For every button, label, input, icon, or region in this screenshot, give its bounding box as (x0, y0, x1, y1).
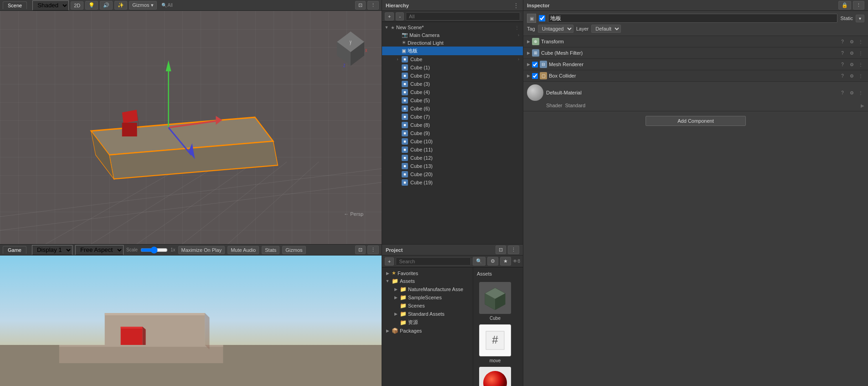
transform-settings-btn[interactable]: ⚙ (848, 38, 855, 45)
boxcollider-enabled-checkbox[interactable] (532, 73, 538, 79)
hierarchy-more-btn[interactable]: ⋮ (513, 2, 519, 9)
asset-move-script[interactable]: # move (477, 324, 513, 363)
scene-root-expand[interactable]: ▼ (384, 25, 389, 30)
list-item[interactable]: ■ Cube (12) (382, 154, 523, 162)
meshrenderer-enabled-checkbox[interactable] (532, 62, 538, 68)
gizmos-dropdown[interactable]: Gizmos ▾ (129, 1, 156, 10)
hierarchy-item-dibaan[interactable]: ▣ 地板 (382, 47, 523, 55)
search-icon-btn[interactable]: 🔍 (473, 257, 486, 266)
list-item[interactable]: ■ Cube (2) (382, 72, 523, 80)
component-boxcollider-header[interactable]: ▶ ▢ Box Collider ? ⚙ ⋮ (523, 70, 868, 81)
transform-help-btn[interactable]: ? (839, 38, 846, 45)
game-viewport[interactable] (0, 256, 382, 386)
maximize-on-play-btn[interactable]: Maximize On Play (178, 246, 225, 254)
project-favorites[interactable]: ▶ ★ Favorites (382, 269, 473, 277)
filter-btn[interactable]: ⚙ (487, 257, 498, 266)
inspector-lock-btn[interactable]: 🔒 (838, 1, 851, 10)
list-item[interactable]: 📁 Scenes (382, 302, 473, 310)
assets-expand[interactable]: ▼ (385, 278, 390, 284)
hierarchy-minus-btn[interactable]: - (396, 12, 404, 21)
favorites-expand[interactable]: ▶ (385, 271, 390, 276)
project-maximize-btn[interactable]: ⊡ (496, 245, 506, 254)
meshrenderer-settings-btn[interactable]: ⚙ (848, 61, 855, 68)
hierarchy-item-main-camera[interactable]: 📷 Main Camera › (382, 31, 523, 39)
list-item[interactable]: ■ Cube (6) (382, 104, 523, 113)
list-item[interactable]: ▶ 📁 NatureManufacture Asse (382, 285, 473, 293)
list-item[interactable]: ▶ 📁 SampleScenes (382, 293, 473, 302)
transform-more-btn[interactable]: ⋮ (857, 38, 864, 45)
project-more-btn[interactable]: ⋮ (508, 245, 519, 254)
standard-expand[interactable]: ▶ (393, 311, 398, 317)
inspector-more-btn[interactable]: ⋮ (853, 1, 864, 10)
stats-btn[interactable]: Stats (262, 246, 279, 254)
scale-slider[interactable] (140, 246, 168, 254)
meshrenderer-more-btn[interactable]: ⋮ (857, 61, 864, 68)
material-settings-btn[interactable]: ⚙ (848, 89, 855, 96)
list-item[interactable]: ■ Cube (8) (382, 121, 523, 129)
project-assets-folder[interactable]: ▼ 📁 Assets (382, 277, 473, 285)
scene-more[interactable]: ⋮ (515, 25, 519, 30)
hierarchy-item-directional-light[interactable]: ☀ Directional Light (382, 39, 523, 47)
meshfilter-more-btn[interactable]: ⋮ (857, 49, 864, 57)
list-item[interactable]: ■ Cube (7) (382, 113, 523, 121)
favorite-btn[interactable]: ★ (500, 257, 511, 266)
material-more-btn[interactable]: ⋮ (857, 89, 864, 96)
component-meshrenderer-header[interactable]: ▶ ⊟ Mesh Renderer ? ⚙ ⋮ (523, 59, 868, 70)
scene-viewport[interactable]: y x z ← Persp (0, 11, 382, 244)
game-gizmos-btn[interactable]: Gizmos (282, 246, 305, 254)
list-item[interactable]: ■ Cube (20) (382, 170, 523, 178)
list-item[interactable]: ■ Cube (1) (382, 63, 523, 72)
shading-dropdown[interactable]: Shaded (32, 0, 69, 10)
scene-more-btn[interactable]: ⋮ (367, 1, 379, 10)
asset-red-material[interactable] (477, 367, 513, 386)
asset-cube[interactable]: Cube (477, 282, 513, 321)
2d-toggle[interactable]: 2D (71, 1, 83, 10)
component-transform-header[interactable]: ▶ ⊕ Transform ? ⚙ ⋮ (523, 36, 868, 47)
list-item[interactable]: ■ Cube (10) (382, 137, 523, 146)
meshfilter-help-btn[interactable]: ? (839, 49, 846, 57)
packages-expand[interactable]: ▶ (385, 328, 390, 334)
component-meshfilter-header[interactable]: ▶ ⊞ Cube (Mesh Filter) ? ⚙ ⋮ (523, 47, 868, 58)
layer-select[interactable]: Default (591, 25, 621, 33)
tab-game[interactable]: Game (3, 246, 26, 254)
list-item[interactable]: ■ Cube (19) (382, 178, 523, 187)
hierarchy-item-cube[interactable]: › ■ Cube › (382, 55, 523, 63)
list-item[interactable]: ▶ 📁 Standard Assets (382, 310, 473, 318)
hierarchy-scene-root[interactable]: ▼ ★ New Scene* ⋮ (382, 24, 523, 31)
inspector-active-checkbox[interactable] (539, 15, 545, 21)
boxcollider-help-btn[interactable]: ? (839, 72, 846, 79)
hierarchy-tree[interactable]: ▼ ★ New Scene* ⋮ 📷 Main Camera › ☀ Dire (382, 22, 523, 244)
samplescenes-expand[interactable]: ▶ (393, 295, 398, 300)
game-more-btn[interactable]: ⋮ (367, 245, 379, 254)
list-item[interactable]: ■ Cube (11) (382, 146, 523, 154)
tab-scene[interactable]: Scene (3, 1, 27, 9)
aspect-select[interactable]: Free Aspect (75, 245, 124, 255)
tag-select[interactable]: Untagged (538, 25, 574, 33)
meshrenderer-help-btn[interactable]: ? (839, 61, 846, 68)
meshfilter-settings-btn[interactable]: ⚙ (848, 49, 855, 57)
display-select[interactable]: Display 1 (32, 245, 72, 255)
mute-audio-btn[interactable]: Mute Audio (227, 246, 259, 254)
list-item[interactable]: ■ Cube (13) (382, 162, 523, 170)
inspector-name-input[interactable] (548, 14, 837, 23)
project-add-btn[interactable]: + (385, 257, 394, 266)
lighting-btn[interactable]: 💡 (85, 1, 98, 10)
fx-btn[interactable]: ✨ (114, 1, 127, 10)
boxcollider-settings-btn[interactable]: ⚙ (848, 72, 855, 79)
boxcollider-more-btn[interactable]: ⋮ (857, 72, 864, 79)
list-item[interactable]: ■ Cube (9) (382, 129, 523, 137)
project-packages-folder[interactable]: ▶ 📦 Packages (382, 327, 473, 335)
hierarchy-add-btn[interactable]: + (385, 12, 394, 21)
audio-btn[interactable]: 🔊 (100, 1, 113, 10)
list-item[interactable]: 📁 资源 (382, 318, 473, 327)
list-item[interactable]: ■ Cube (4) (382, 88, 523, 96)
list-item[interactable]: ■ Cube (5) (382, 96, 523, 104)
maximize-game-btn[interactable]: ⊡ (355, 245, 366, 254)
project-search-input[interactable] (396, 257, 471, 266)
material-help-btn[interactable]: ? (839, 89, 846, 96)
list-item[interactable]: ■ Cube (3) (382, 80, 523, 88)
cube-expand[interactable]: › (395, 57, 400, 62)
nature-expand[interactable]: ▶ (393, 287, 398, 292)
static-dropdown-btn[interactable]: ▾ (856, 15, 864, 22)
add-component-button[interactable]: Add Component (646, 116, 746, 126)
